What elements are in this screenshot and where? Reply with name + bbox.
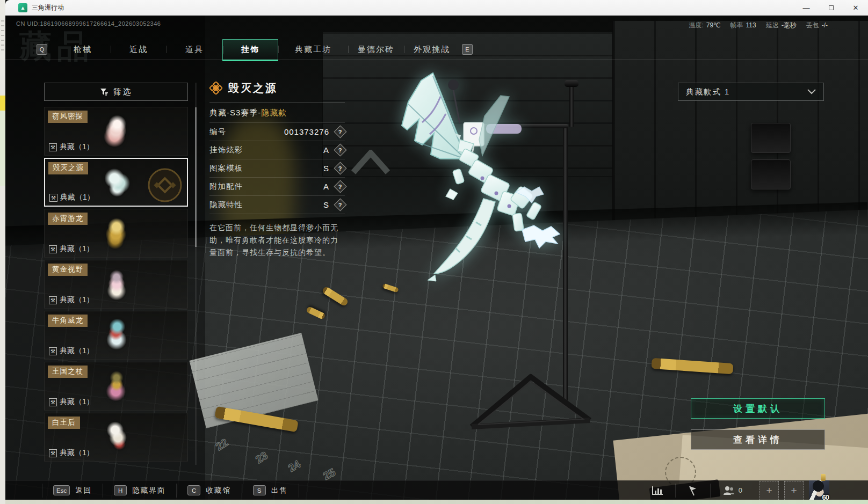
- tab-appearance-challenge[interactable]: 外观挑战: [404, 39, 460, 60]
- collection-icon: ⚒: [49, 296, 57, 304]
- list-item-qiefengmitan[interactable]: 窃风密探 ⚒典藏（1）: [44, 107, 188, 156]
- pendant-name-tag: 王国之杖: [48, 366, 88, 378]
- stat-row-pattern: 图案模板S ?: [209, 159, 345, 178]
- add-slot-button[interactable]: +: [784, 481, 804, 500]
- category-tabbar: Q 枪械 近战 道具 挂饰 典藏工坊 曼德尔砖 外观挑战 E: [5, 39, 868, 60]
- hint-sell[interactable]: S 出售: [242, 484, 299, 498]
- pendant-name-tag: 毁灭之源: [48, 162, 88, 174]
- collection-icon: ⚒: [49, 398, 57, 406]
- close-button[interactable]: ✕: [843, 0, 868, 15]
- pendant-thumbnail: [99, 216, 134, 250]
- collection-count: 典藏（1）: [60, 295, 94, 305]
- stat-row-hidden-trait: 隐藏特性S ?: [209, 196, 345, 214]
- tab-mandel-brick[interactable]: 曼德尔砖: [348, 39, 404, 60]
- stats-chart-button[interactable]: [640, 484, 675, 498]
- tab-melee[interactable]: 近战: [111, 39, 167, 60]
- collection-count: 典藏（1）: [60, 448, 94, 458]
- bottom-bar: Esc 返回 H 隐藏界面 C 收藏馆 S 出售: [5, 480, 868, 500]
- pendant-name-tag: 黄金视野: [48, 264, 88, 276]
- tab-collection-workshop[interactable]: 典藏工坊: [278, 39, 348, 60]
- avatar-charm-icon: [821, 474, 826, 481]
- friends-button[interactable]: 0: [710, 484, 754, 498]
- list-item-wangguozhizhang[interactable]: 王国之杖 ⚒典藏（1）: [44, 362, 188, 411]
- collection-count: 典藏（1）: [60, 397, 94, 407]
- scrollbar-thumb[interactable]: [195, 107, 197, 247]
- add-slot-button[interactable]: +: [760, 481, 779, 500]
- tab-prev-key-badge: Q: [37, 44, 47, 55]
- hint-back[interactable]: Esc 返回: [42, 484, 103, 498]
- collection-icon: ⚒: [49, 245, 57, 253]
- pendant-name-tag: 白王后: [48, 417, 80, 429]
- pendant-thumbnail: [99, 318, 134, 352]
- flag-button[interactable]: [675, 484, 710, 498]
- style-dropdown[interactable]: 典藏款式 1: [678, 83, 824, 101]
- pendant-name-tag: 赤霄游龙: [48, 213, 88, 225]
- tab-items[interactable]: 道具: [167, 39, 222, 60]
- set-default-button[interactable]: 设置默认: [691, 398, 825, 419]
- pendant-detail-panel: 毁灭之源 典藏-S3赛季-隐藏款 编号001373276 ? 挂饰炫彩A ?: [209, 79, 345, 259]
- desktop-edge-left: [0, 0, 5, 504]
- avatar-level-badge: 60: [822, 493, 829, 500]
- tab-pendants[interactable]: 挂饰: [222, 39, 278, 60]
- collection-icon: ⚒: [49, 347, 57, 355]
- maximize-button[interactable]: [819, 0, 843, 15]
- view-details-button[interactable]: 查看详情: [691, 429, 825, 450]
- flag-icon: [688, 485, 698, 496]
- help-badge[interactable]: ?: [334, 125, 346, 138]
- filter-funnel-icon: [100, 88, 108, 96]
- window-title: 三角洲行动: [32, 3, 64, 12]
- player-avatar[interactable]: 60: [809, 480, 829, 500]
- tab-next-key-badge: E: [462, 44, 473, 55]
- collection-count: 典藏（1）: [60, 244, 94, 254]
- filter-button[interactable]: 筛选: [44, 83, 188, 101]
- friends-count: 0: [739, 486, 742, 494]
- list-item-niujiaoweilong[interactable]: 牛角威龙 ⚒典藏（1）: [44, 311, 188, 360]
- hint-hide-ui[interactable]: H 隐藏界面: [103, 484, 177, 498]
- tab-firearms[interactable]: 枪械: [55, 39, 111, 60]
- help-badge[interactable]: ?: [334, 198, 346, 211]
- window-titlebar: ▲ 三角洲行动 — ✕: [5, 0, 868, 16]
- list-item-chixiaoyoulong[interactable]: 赤霄游龙 ⚒典藏（1）: [44, 209, 188, 258]
- esc-key-badge: Esc: [53, 485, 70, 495]
- pendant-list: 窃风密探 ⚒典藏（1） 毁灭之源 ⚒典藏（1） 赤霄游龙: [44, 107, 188, 465]
- filter-label: 筛选: [113, 87, 133, 97]
- stat-row-accessory: 附加配件A ?: [209, 178, 345, 196]
- pendant-rarity-icon: [209, 82, 222, 94]
- desktop-edge-bottom: [5, 500, 868, 504]
- list-scrollbar[interactable]: [195, 83, 197, 465]
- pendant-title: 毁灭之源: [228, 81, 278, 96]
- chevron-down-icon: [807, 89, 816, 94]
- hidden-edition-label: 隐藏款: [261, 108, 287, 117]
- collection-count: 典藏（1）: [60, 142, 94, 152]
- pendant-thumbnail: [99, 369, 134, 403]
- s-key-badge: S: [253, 485, 266, 495]
- c-key-badge: C: [187, 485, 200, 495]
- help-badge[interactable]: ?: [334, 162, 346, 174]
- pendant-subtitle: 典藏-S3赛季-隐藏款: [209, 108, 345, 118]
- collection-count: 典藏（1）: [60, 193, 95, 202]
- pendant-name-tag: 牛角威龙: [48, 315, 88, 327]
- help-badge[interactable]: ?: [334, 143, 346, 156]
- collection-count: 典藏（1）: [60, 346, 94, 356]
- minimize-button[interactable]: —: [794, 0, 819, 15]
- help-badge[interactable]: ?: [334, 180, 346, 193]
- people-icon: [722, 486, 735, 495]
- collection-icon: ⚒: [49, 143, 57, 151]
- pendant-thumbnail: [99, 420, 134, 454]
- pendant-thumbnail: [100, 165, 134, 200]
- pendant-thumbnail: [99, 114, 134, 148]
- list-item-huimiezhiyuan-selected[interactable]: 毁灭之源 ⚒典藏（1）: [44, 158, 188, 207]
- screen: ▲ 三角洲行动 — ✕: [0, 0, 868, 504]
- pendant-name-tag: 窃风密探: [48, 111, 88, 123]
- stat-row-serial: 编号001373276 ?: [209, 123, 345, 141]
- list-item-huangjinshiye[interactable]: 黄金视野 ⚒典藏（1）: [44, 260, 188, 309]
- pendant-description: 在它面前，任何生物都显得渺小而无助，唯有勇敢者才能在这股寒冷的力量面前，寻找生存…: [209, 222, 345, 259]
- style-dropdown-value: 典藏款式 1: [686, 87, 730, 97]
- bar-chart-icon: [652, 486, 663, 495]
- collection-icon: ⚒: [49, 194, 57, 202]
- list-item-baiwanghou[interactable]: 白王后 ⚒典藏（1）: [44, 413, 188, 462]
- performance-stats: 温度:79℃ 帧率113 延迟-毫秒 丢包-/-: [689, 21, 828, 30]
- hint-collection-hall[interactable]: C 收藏馆: [177, 484, 242, 498]
- collection-emblem-icon: [147, 167, 183, 203]
- collection-icon: ⚒: [49, 449, 57, 457]
